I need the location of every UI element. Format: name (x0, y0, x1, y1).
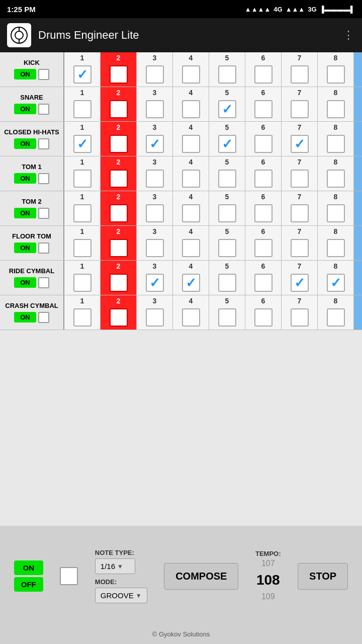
beat-checkbox-3-0[interactable] (73, 170, 92, 188)
beat-checkbox-7-3[interactable] (182, 308, 200, 327)
beat-checkbox-1-5[interactable] (254, 100, 273, 118)
inst-checkbox-1[interactable] (38, 104, 49, 115)
beat-col-3-1: 2 (101, 156, 137, 191)
beat-checkbox-2-2[interactable] (146, 135, 164, 153)
stop-button[interactable]: STOP (298, 563, 348, 590)
bottom-checkbox[interactable] (60, 567, 78, 585)
off-button[interactable]: OFF (14, 577, 43, 592)
beat-checkbox-6-4[interactable] (218, 274, 236, 292)
beat-checkbox-4-7[interactable] (327, 204, 345, 222)
beat-col-1-0: 1 (64, 87, 101, 121)
on-btn-5[interactable]: ON (14, 243, 36, 253)
beat-checkbox-7-7[interactable] (327, 308, 345, 327)
beat-checkbox-5-4[interactable] (218, 239, 236, 257)
beat-num-5-4: 5 (209, 226, 245, 237)
instrument-label-5: FLOOR TOMON (0, 226, 64, 260)
beat-checkbox-3-2[interactable] (146, 170, 164, 188)
beat-checkbox-7-4[interactable] (218, 308, 236, 327)
beat-checkbox-5-7[interactable] (327, 239, 345, 257)
beat-checkbox-3-3[interactable] (182, 170, 200, 188)
on-btn-3[interactable]: ON (14, 173, 36, 184)
on-btn-1[interactable]: ON (14, 104, 36, 114)
beat-col-2-2: 3 (137, 122, 173, 156)
beat-checkbox-6-6[interactable] (291, 274, 309, 292)
beat-checkbox-2-5[interactable] (254, 135, 273, 153)
beat-checkbox-2-7[interactable] (327, 135, 345, 153)
tempo-label: TEMPO: (255, 550, 281, 557)
beat-checkbox-7-0[interactable] (73, 308, 92, 327)
beat-checkbox-7-6[interactable] (291, 308, 309, 327)
beat-checkbox-0-4[interactable] (218, 65, 236, 84)
beat-checkbox-3-1[interactable] (110, 170, 128, 188)
on-btn-0[interactable]: ON (14, 69, 36, 79)
beat-checkbox-5-5[interactable] (254, 239, 273, 257)
beat-checkbox-6-3[interactable] (182, 274, 200, 292)
beat-checkbox-3-5[interactable] (254, 170, 273, 188)
beat-checkbox-0-7[interactable] (327, 65, 345, 84)
beat-checkbox-7-5[interactable] (254, 308, 273, 327)
beat-checkbox-7-1[interactable] (110, 308, 128, 327)
beat-checkbox-1-7[interactable] (327, 100, 345, 118)
beat-checkbox-6-2[interactable] (146, 274, 164, 292)
beats-area-6: 12345678 (64, 261, 362, 295)
beat-checkbox-4-2[interactable] (146, 204, 164, 222)
inst-checkbox-2[interactable] (38, 138, 49, 149)
beat-checkbox-2-1[interactable] (110, 135, 128, 153)
beat-partial-1 (354, 87, 362, 121)
beat-checkbox-5-3[interactable] (182, 239, 200, 257)
beat-checkbox-4-0[interactable] (73, 204, 92, 222)
beat-checkbox-1-6[interactable] (291, 100, 309, 118)
on-btn-6[interactable]: ON (14, 277, 36, 288)
on-btn-2[interactable]: ON (14, 138, 36, 149)
inst-checkbox-3[interactable] (38, 173, 49, 184)
on-btn-4[interactable]: ON (14, 208, 36, 218)
beat-checkbox-4-6[interactable] (291, 204, 309, 222)
beat-checkbox-3-4[interactable] (218, 170, 236, 188)
beat-checkbox-4-5[interactable] (254, 204, 273, 222)
note-type-select[interactable]: 1/16 ▼ (95, 558, 135, 574)
beat-checkbox-0-0[interactable] (73, 65, 92, 84)
menu-button[interactable]: ⋮ (343, 29, 355, 42)
beat-checkbox-6-1[interactable] (110, 274, 128, 292)
beat-checkbox-6-5[interactable] (254, 274, 273, 292)
beat-checkbox-2-0[interactable] (73, 135, 92, 153)
beat-checkbox-5-1[interactable] (110, 239, 128, 257)
inst-checkbox-7[interactable] (38, 312, 49, 323)
beat-checkbox-4-4[interactable] (218, 204, 236, 222)
inst-checkbox-6[interactable] (38, 277, 49, 288)
beat-checkbox-2-4[interactable] (218, 135, 236, 153)
beat-checkbox-0-2[interactable] (146, 65, 164, 84)
beat-checkbox-3-7[interactable] (327, 170, 345, 188)
beat-checkbox-6-0[interactable] (73, 274, 92, 292)
beat-checkbox-7-2[interactable] (146, 308, 164, 327)
beat-checkbox-1-0[interactable] (73, 100, 92, 118)
beat-checkbox-1-1[interactable] (110, 100, 128, 118)
tempo-scroll[interactable]: 107 108 109 (256, 557, 280, 603)
beat-checkbox-5-0[interactable] (73, 239, 92, 257)
beat-checkbox-5-2[interactable] (146, 239, 164, 257)
beat-checkbox-0-3[interactable] (182, 65, 200, 84)
beat-checkbox-4-1[interactable] (110, 204, 128, 222)
beat-checkbox-0-5[interactable] (254, 65, 273, 84)
beat-checkbox-1-4[interactable] (218, 100, 236, 118)
inst-checkbox-0[interactable] (38, 69, 49, 80)
mode-select[interactable]: GROOVE ▼ (95, 588, 147, 603)
on-button[interactable]: ON (14, 560, 43, 575)
instrument-label-7: CRASH CYMBALON (0, 295, 64, 330)
inst-checkbox-5[interactable] (38, 243, 49, 254)
beat-checkbox-2-6[interactable] (291, 135, 309, 153)
beat-checkbox-3-6[interactable] (291, 170, 309, 188)
beat-checkbox-4-3[interactable] (182, 204, 200, 222)
inst-checkbox-4[interactable] (38, 208, 49, 219)
beat-checkbox-2-3[interactable] (182, 135, 200, 153)
beat-checkbox-0-6[interactable] (291, 65, 309, 84)
beat-checkbox-0-1[interactable] (110, 65, 128, 84)
beat-col-5-6: 7 (282, 226, 318, 260)
beat-checkbox-6-7[interactable] (327, 274, 345, 292)
beat-checkbox-1-2[interactable] (146, 100, 164, 118)
beat-col-1-4: 5 (209, 87, 245, 121)
beat-checkbox-1-3[interactable] (182, 100, 200, 118)
beat-checkbox-5-6[interactable] (291, 239, 309, 257)
compose-button[interactable]: COMPOSE (164, 563, 238, 590)
on-btn-7[interactable]: ON (14, 312, 36, 323)
